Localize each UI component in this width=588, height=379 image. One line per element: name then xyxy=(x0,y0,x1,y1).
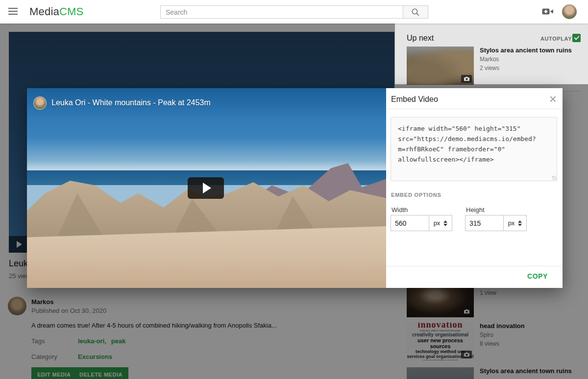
camera-icon xyxy=(464,309,470,314)
category-link[interactable]: Excursions xyxy=(78,353,112,360)
logo-media-text: Media xyxy=(29,5,59,18)
modal-header-divider xyxy=(386,109,563,109)
search-input[interactable] xyxy=(160,5,403,19)
embed-preview-player[interactable]: Leuka Ori - White mountains - Peak at 24… xyxy=(27,88,386,288)
videocam-plus-icon xyxy=(542,7,554,16)
video-description: A dream comes true! After 4-5 hours of c… xyxy=(31,322,374,329)
user-avatar[interactable] xyxy=(562,4,577,19)
search-button[interactable] xyxy=(403,5,428,19)
menu-icon[interactable] xyxy=(8,6,20,18)
item-title[interactable]: head inovation xyxy=(480,322,580,330)
player-play-icon[interactable] xyxy=(17,241,22,248)
search-icon xyxy=(411,8,420,17)
tag-link-leuka-ori[interactable]: leuka-ori, xyxy=(78,337,106,345)
embed-modal-panel: Embed Video × <iframe width="560" height… xyxy=(386,88,563,288)
tags-label: Tags xyxy=(31,337,78,345)
upload-media-button[interactable] xyxy=(542,7,554,18)
thumbnail-stylos-ruins[interactable] xyxy=(407,47,474,85)
autoplay-label: AUTOPLAY xyxy=(540,36,572,42)
logo-cms-text: CMS xyxy=(59,5,84,18)
width-input[interactable] xyxy=(391,215,429,231)
author-avatar[interactable] xyxy=(8,297,26,315)
thumbnail-word-cloud[interactable]: innovation industry effect reduced devel… xyxy=(407,322,474,360)
thumbnail-gray-mountains[interactable] xyxy=(407,367,474,379)
cloud-word: innovation xyxy=(417,322,463,329)
cloud-word: research better market xyxy=(423,359,457,361)
tags-row: Tags leuka-ori, peak xyxy=(31,337,130,345)
modal-footer-divider xyxy=(386,266,563,266)
cloud-word: technology method use xyxy=(416,349,465,354)
category-label: Category xyxy=(31,353,78,360)
delete-media-button[interactable]: DELETE MEDIA xyxy=(74,367,128,379)
preview-title-bar: Leuka Ori - White mountains - Peak at 24… xyxy=(27,88,386,118)
edit-media-button[interactable]: EDIT MEDIA xyxy=(31,367,77,379)
height-input-group: px xyxy=(465,215,527,231)
up-next-item-stylos-1[interactable]: Stylos area ancient town ruins Markos 2 … xyxy=(407,47,581,85)
play-button[interactable] xyxy=(188,177,224,199)
mediacms-logo[interactable]: MediaCMS xyxy=(29,5,83,18)
camera-icon xyxy=(464,76,470,81)
up-next-item-stylos-2[interactable]: Stylos area ancient town ruins xyxy=(407,367,581,379)
close-icon[interactable]: × xyxy=(549,90,557,108)
embed-options-label: EMBED OPTIONS xyxy=(391,192,441,198)
stepper-arrows-icon[interactable] xyxy=(518,220,522,226)
item-author: Spiro xyxy=(480,331,580,339)
unit-label: px xyxy=(508,219,515,227)
camera-icon xyxy=(464,352,470,357)
unit-label: px xyxy=(434,219,441,227)
item-author: Markos xyxy=(480,55,580,63)
embed-code-textarea[interactable]: <iframe width="560" height="315" src="ht… xyxy=(391,117,557,181)
modal-title: Embed Video xyxy=(391,95,438,104)
height-input[interactable] xyxy=(465,215,504,231)
width-label: Width xyxy=(392,206,408,213)
camera-badge xyxy=(461,351,472,358)
author-name[interactable]: Markos xyxy=(31,298,54,306)
embed-dialog: Leuka Ori - White mountains - Peak at 24… xyxy=(27,88,563,288)
cloud-word: creativity organisational xyxy=(412,332,468,337)
category-row: Category Excursions xyxy=(31,353,117,360)
publish-date: Published on Oct 30, 2020 xyxy=(31,307,106,314)
tag-link-peak[interactable]: peak xyxy=(111,337,126,345)
item-views: 2 views xyxy=(480,64,580,72)
height-label: Height xyxy=(466,206,485,213)
autoplay-checkbox[interactable] xyxy=(572,34,581,42)
item-views: 1 view xyxy=(480,289,580,297)
search-form xyxy=(160,5,428,19)
height-unit-select[interactable]: px xyxy=(503,215,527,231)
up-next-heading: Up next xyxy=(407,34,434,43)
camera-badge xyxy=(461,308,472,315)
width-unit-select[interactable]: px xyxy=(429,215,452,231)
preview-video-title: Leuka Ori - White mountains - Peak at 24… xyxy=(51,98,211,107)
preview-author-avatar[interactable] xyxy=(33,96,47,110)
copy-button[interactable]: COPY xyxy=(527,272,548,280)
cloud-word: user new process sources xyxy=(407,337,474,349)
item-title[interactable]: Stylos area ancient town ruins xyxy=(480,367,580,375)
item-views: 8 views xyxy=(480,340,580,348)
camera-badge xyxy=(461,75,472,83)
stepper-arrows-icon[interactable] xyxy=(443,220,447,226)
width-input-group: px xyxy=(391,215,452,231)
item-title[interactable]: Stylos area ancient town ruins xyxy=(480,47,580,54)
top-navbar: MediaCMS xyxy=(0,0,588,24)
up-next-item-innovation[interactable]: innovation industry effect reduced devel… xyxy=(407,322,581,360)
